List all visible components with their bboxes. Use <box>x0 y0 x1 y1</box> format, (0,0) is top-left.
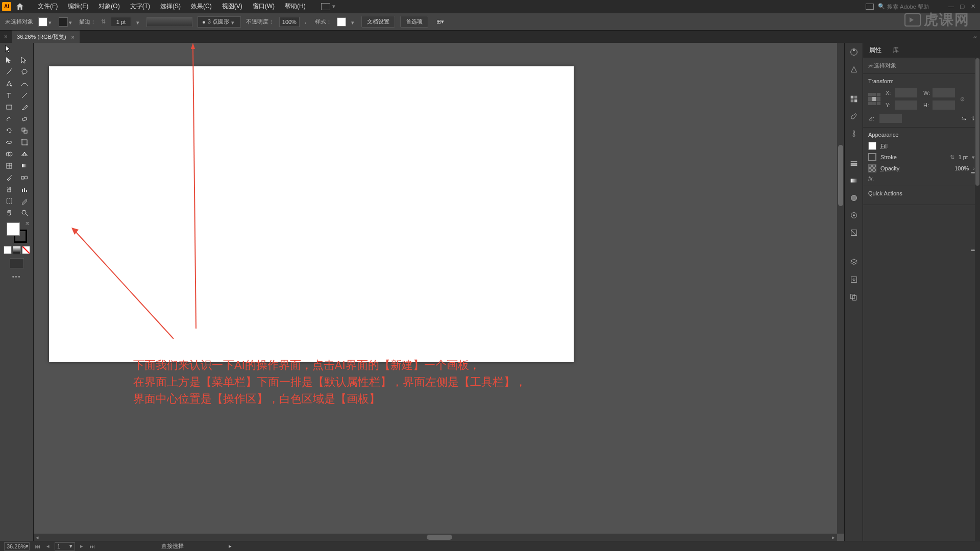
stroke-weight-input[interactable] <box>111 17 131 27</box>
blend-tool[interactable] <box>17 171 32 183</box>
free-transform-tool[interactable] <box>17 136 32 148</box>
appearance-stroke-swatch[interactable] <box>868 153 876 161</box>
appearance-stroke-label[interactable]: Stroke <box>880 154 897 160</box>
close-icon[interactable]: × <box>71 34 75 40</box>
artboard[interactable] <box>49 66 574 362</box>
menu-object[interactable]: 对象(O) <box>93 0 125 13</box>
graphic-styles-panel-icon[interactable] <box>849 228 859 238</box>
stepper-icon[interactable]: ⇅ <box>101 18 106 25</box>
expand-panels-icon[interactable]: ‹‹ <box>973 34 977 40</box>
paintbrush-tool[interactable] <box>17 101 32 113</box>
mesh-tool[interactable] <box>2 160 17 171</box>
lasso-tool[interactable] <box>17 66 32 78</box>
rectangle-tool[interactable] <box>2 101 17 113</box>
symbols-panel-icon[interactable] <box>849 129 859 139</box>
preferences-button[interactable]: 首选项 <box>400 16 428 28</box>
menu-edit[interactable]: 编辑(E) <box>63 0 93 13</box>
appearance-fill-swatch[interactable] <box>868 142 876 150</box>
symbol-sprayer-tool[interactable] <box>2 183 17 195</box>
last-artboard-icon[interactable]: ⏭ <box>88 543 96 549</box>
opacity-input[interactable] <box>279 17 300 27</box>
workspace-icon[interactable] <box>866 4 874 10</box>
rotate-tool[interactable] <box>2 124 17 136</box>
toolbox-more-icon[interactable]: ••• <box>12 273 21 280</box>
stroke-profile[interactable] <box>146 17 192 27</box>
column-graph-tool[interactable] <box>17 183 32 195</box>
stroke-swatch[interactable] <box>59 17 68 27</box>
color-mode-gradient[interactable] <box>13 246 21 254</box>
scale-tool[interactable] <box>17 124 32 136</box>
stroke-weight-value[interactable]: 1 pt <box>959 154 968 160</box>
document-setup-button[interactable]: 文档设置 <box>361 16 395 28</box>
chevron-down-icon[interactable]: ▾ <box>332 3 335 10</box>
transform-x-input[interactable] <box>895 88 917 97</box>
style-swatch[interactable] <box>337 17 346 27</box>
asset-export-panel-icon[interactable] <box>849 274 859 285</box>
selection-tool[interactable] <box>2 54 17 66</box>
appearance-fill-label[interactable]: Fill <box>880 143 888 149</box>
color-panel-icon[interactable] <box>849 47 859 57</box>
stroke-panel-icon[interactable] <box>849 158 859 168</box>
chevron-down-icon[interactable]: ▾ <box>351 19 356 24</box>
gradient-tool[interactable] <box>17 160 32 171</box>
pen-tool[interactable] <box>2 78 17 89</box>
arrange-docs-icon[interactable] <box>321 3 330 10</box>
tab-prev-close-icon[interactable]: × <box>4 33 8 40</box>
minimize-icon[interactable]: — <box>948 3 955 10</box>
magic-wand-tool[interactable] <box>2 66 17 78</box>
opacity-value[interactable]: 100% <box>954 165 969 171</box>
fill-color[interactable] <box>7 222 20 236</box>
hand-tool[interactable] <box>2 207 17 218</box>
width-tool[interactable] <box>2 136 17 148</box>
color-mode-solid[interactable] <box>4 246 12 254</box>
menu-file[interactable]: 文件(F) <box>33 0 63 13</box>
transform-w-input[interactable] <box>933 88 955 97</box>
close-icon[interactable]: ✕ <box>971 3 978 10</box>
document-tab[interactable]: 36.26% (RGB/预览) × <box>12 31 80 43</box>
stepper-icon[interactable]: ⇅ <box>950 154 954 161</box>
line-tool[interactable] <box>17 89 32 101</box>
transform-h-input[interactable] <box>933 101 955 110</box>
swatches-panel-icon[interactable] <box>849 94 859 104</box>
menu-type[interactable]: 文字(T) <box>125 0 155 13</box>
zoom-tool[interactable] <box>17 207 32 218</box>
fill-stroke-control[interactable]: ⤭ <box>7 222 27 243</box>
direct-selection-tool[interactable] <box>17 54 32 66</box>
tab-libraries[interactable]: 库 <box>891 45 901 56</box>
canvas-area[interactable]: 下面我们来认识一下AI的操作界面，点击AI界面的【新建】一个画板， 在界面上方是… <box>34 43 844 541</box>
panel-scrollbar[interactable] <box>975 58 980 541</box>
eraser-tool[interactable] <box>17 113 32 124</box>
search-box[interactable]: 🔍 <box>878 3 938 10</box>
search-input[interactable] <box>887 4 938 10</box>
chevron-right-icon[interactable]: › <box>305 19 310 24</box>
eyedropper-tool[interactable] <box>2 171 17 183</box>
appearance-panel-icon[interactable] <box>849 210 859 220</box>
horizontal-scrollbar[interactable]: ◂ ▸ <box>34 534 837 541</box>
color-guide-icon[interactable] <box>849 64 859 74</box>
artboards-panel-icon[interactable] <box>849 292 859 302</box>
transparency-panel-icon[interactable] <box>849 193 859 203</box>
chevron-down-icon[interactable]: ▾ <box>136 19 141 24</box>
fx-label[interactable]: fx. <box>868 176 975 182</box>
chevron-down-icon[interactable]: ▾ <box>69 19 74 24</box>
curvature-tool[interactable] <box>17 78 32 89</box>
artboard-select[interactable]: 1▾ <box>55 542 75 550</box>
type-tool[interactable]: T <box>2 89 17 101</box>
tab-properties[interactable]: 属性 <box>867 45 884 56</box>
transform-angle-input[interactable] <box>879 114 902 123</box>
menu-select[interactable]: 选择(S) <box>155 0 186 13</box>
chevron-down-icon[interactable]: ▾ <box>231 19 236 24</box>
menu-window[interactable]: 窗口(W) <box>248 0 280 13</box>
appearance-opacity-swatch[interactable] <box>868 164 876 172</box>
color-mode-none[interactable] <box>22 246 30 254</box>
status-menu-icon[interactable]: ▸ <box>229 543 232 549</box>
shape-builder-tool[interactable] <box>2 148 17 160</box>
reference-point[interactable] <box>868 93 880 105</box>
link-wh-icon[interactable]: ⊘ <box>960 96 965 103</box>
shaper-tool[interactable] <box>2 113 17 124</box>
flip-h-icon[interactable]: ⇋ <box>962 115 966 122</box>
transform-y-input[interactable] <box>895 101 917 110</box>
next-artboard-icon[interactable]: ▸ <box>79 543 84 549</box>
home-icon[interactable] <box>15 2 24 11</box>
brushes-panel-icon[interactable] <box>849 111 859 121</box>
